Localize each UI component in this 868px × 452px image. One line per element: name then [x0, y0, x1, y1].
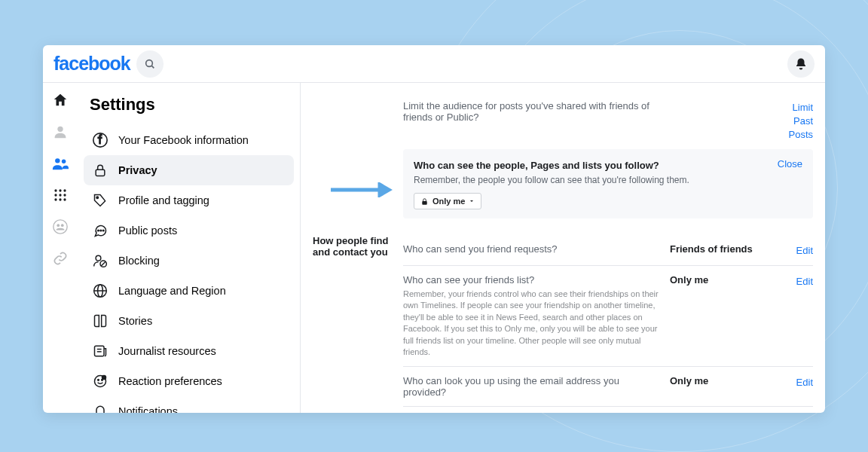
- facebook-circle-icon: [91, 131, 109, 149]
- main-content: Limit the audience for posts you've shar…: [301, 83, 825, 413]
- sidebar-item-label: Stories: [118, 315, 152, 327]
- sidebar-item-tagging[interactable]: Profile and tagging: [84, 185, 294, 215]
- edit-link[interactable]: Edit: [796, 245, 813, 256]
- setting-row: Who can look you up using the email addr…: [403, 366, 813, 406]
- tag-icon: [91, 191, 109, 209]
- svg-rect-18: [96, 170, 105, 176]
- svg-point-35: [102, 380, 103, 381]
- news-icon: [91, 342, 109, 360]
- svg-point-8: [54, 194, 57, 196]
- sidebar-item-label: Privacy: [118, 164, 157, 176]
- close-link[interactable]: Close: [778, 158, 802, 170]
- notifications-button[interactable]: [787, 50, 815, 78]
- row-question: Limit the audience for posts you've shar…: [403, 100, 670, 123]
- sidebar-item-privacy[interactable]: Privacy: [84, 155, 294, 185]
- setting-row: Who can look you up using the phone numb…: [403, 406, 813, 413]
- sidebar-item-your-info[interactable]: Your Facebook information: [84, 125, 294, 155]
- section-label: How people find and contact you: [313, 235, 403, 413]
- search-button[interactable]: [136, 50, 164, 78]
- setting-row: Who can see your friends list?Remember, …: [403, 265, 813, 366]
- svg-point-20: [98, 230, 99, 231]
- svg-point-16: [61, 224, 64, 227]
- sidebar-item-label: Notifications: [118, 405, 178, 413]
- sidebar-item-reactions[interactable]: Reaction preferences: [84, 366, 294, 396]
- limit-posts-row: Limit the audience for posts you've shar…: [403, 92, 813, 149]
- sidebar-item-blocking[interactable]: Blocking: [84, 246, 294, 276]
- expanded-subtitle: Remember, the people you follow can see …: [414, 175, 778, 185]
- svg-point-13: [63, 198, 66, 200]
- expanded-title: Who can see the people, Pages and lists …: [414, 160, 659, 171]
- sidebar-item-notifications[interactable]: Notifications: [84, 396, 294, 413]
- audience-dropdown[interactable]: Only me: [414, 193, 481, 209]
- svg-point-5: [54, 189, 57, 191]
- sidebar-item-public-posts[interactable]: Public posts: [84, 215, 294, 246]
- lock-small-icon: [420, 197, 429, 206]
- sidebar-item-label: Your Facebook information: [118, 134, 249, 146]
- row-question: Who can send you friend requests?: [403, 243, 670, 255]
- comment-icon: [91, 221, 109, 240]
- svg-point-2: [57, 127, 63, 132]
- svg-point-4: [62, 160, 66, 164]
- left-rail: [43, 83, 78, 413]
- svg-rect-29: [95, 346, 105, 356]
- page-title: Settings: [84, 90, 294, 125]
- book-icon: [91, 312, 109, 330]
- sidebar-item-label: Reaction preferences: [118, 375, 222, 387]
- svg-point-12: [59, 198, 61, 200]
- app-window: facebook Settings Your Facebook informat…: [43, 45, 825, 413]
- sidebar-item-label: Blocking: [118, 255, 160, 267]
- bell-icon: [794, 57, 808, 71]
- link-icon[interactable]: [50, 249, 70, 268]
- svg-point-23: [96, 255, 101, 261]
- sidebar-item-stories[interactable]: Stories: [84, 306, 294, 336]
- svg-point-22: [102, 230, 104, 231]
- pointer-arrow-icon: [331, 182, 399, 197]
- svg-point-10: [63, 194, 66, 196]
- svg-point-9: [59, 194, 61, 196]
- bell-outline-icon: [91, 402, 109, 413]
- settings-sidebar: Settings Your Facebook information Priva…: [78, 83, 301, 413]
- setting-row: Who can send you friend requests?Friends…: [403, 235, 813, 265]
- row-value: Only me: [670, 375, 775, 386]
- reaction-icon: [91, 372, 109, 390]
- friends-icon[interactable]: [50, 154, 70, 173]
- edit-link[interactable]: Edit: [796, 276, 813, 287]
- svg-point-11: [54, 198, 57, 200]
- chevron-down-icon: [469, 198, 475, 204]
- svg-line-25: [101, 261, 105, 266]
- dropdown-value: Only me: [432, 197, 465, 206]
- sidebar-item-language[interactable]: Language and Region: [84, 276, 294, 306]
- expanded-following-setting: Who can see the people, Pages and lists …: [403, 149, 813, 218]
- svg-point-15: [57, 224, 60, 227]
- svg-rect-36: [422, 201, 426, 205]
- grid-icon[interactable]: [50, 185, 70, 205]
- facebook-logo[interactable]: facebook: [53, 53, 130, 75]
- body: Settings Your Facebook information Priva…: [43, 83, 825, 413]
- svg-point-33: [102, 376, 106, 380]
- sidebar-item-journalist[interactable]: Journalist resources: [84, 336, 294, 366]
- groups-icon[interactable]: [50, 217, 70, 237]
- sidebar-item-label: Language and Region: [118, 285, 226, 297]
- svg-point-0: [145, 60, 152, 66]
- svg-point-6: [59, 189, 61, 191]
- svg-line-1: [151, 66, 154, 68]
- row-question: Who can look you up using the email addr…: [403, 375, 670, 398]
- globe-icon: [91, 282, 109, 300]
- row-value: Friends of friends: [670, 243, 775, 255]
- home-icon[interactable]: [50, 90, 70, 110]
- svg-point-34: [98, 380, 99, 381]
- block-icon: [91, 252, 109, 270]
- contact-section: How people find and contact you Who can …: [301, 226, 825, 413]
- avatar-icon[interactable]: [50, 122, 70, 142]
- search-icon: [144, 58, 156, 70]
- lock-icon: [91, 161, 109, 179]
- edit-link[interactable]: Edit: [796, 377, 813, 388]
- activity-section: Limit the audience for posts you've shar…: [301, 83, 825, 149]
- row-question: Who can see your friends list?Remember, …: [403, 274, 670, 358]
- row-value: Only me: [670, 274, 775, 286]
- svg-point-7: [63, 189, 66, 191]
- sidebar-item-label: Profile and tagging: [118, 194, 209, 206]
- topbar: facebook: [43, 45, 825, 83]
- limit-past-posts-link[interactable]: Limit Past Posts: [788, 102, 813, 140]
- svg-point-3: [55, 158, 60, 163]
